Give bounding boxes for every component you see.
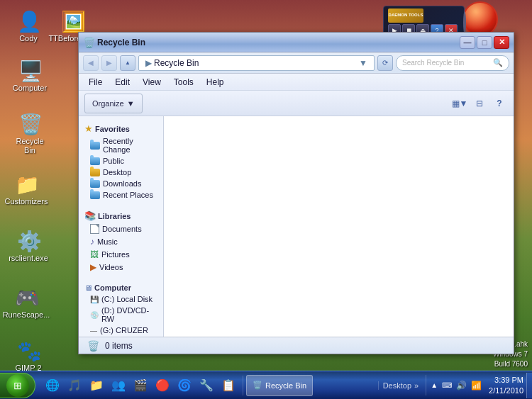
c-drive-icon: 💾	[90, 296, 99, 303]
breadcrumb-dropdown[interactable]: ▼	[359, 58, 367, 68]
recent-places-icon	[90, 191, 100, 199]
computer-section-icon: 🖥	[84, 283, 92, 292]
desktop-icon-recycle[interactable]: 🗑️ Recycle Bin	[7, 110, 52, 158]
menu-file[interactable]: File	[83, 76, 108, 89]
toolbar-right: ▦▼ ⊟ ?	[451, 95, 508, 112]
public-label: Public	[103, 157, 124, 165]
volume-icon[interactable]: 🔊	[456, 381, 467, 390]
systray-arrow-icon[interactable]: ▲	[431, 381, 438, 389]
computer-icon: 🖥️	[18, 60, 41, 82]
ttbefore-icon: 🖼️	[61, 10, 84, 33]
organize-label: Organize	[92, 99, 124, 108]
taskbar: ⊞ 🌐 🎵 📁 👥 🎬 🔴 🌀 🔧 📋 🗑️ Recycle Bin Deskt…	[0, 371, 532, 399]
taskbar-recycle-label: Recycle Bin	[265, 381, 306, 390]
taskbar-items: 🗑️ Recycle Bin	[243, 375, 378, 396]
desktop-icon-customizers[interactable]: 📁 Customizers	[4, 170, 49, 209]
menu-edit[interactable]: Edit	[109, 76, 135, 89]
videos-icon: ▶	[90, 262, 96, 272]
nav-item-recent-places[interactable]: Recent Places	[79, 189, 163, 201]
ql-firefox-button[interactable]: 🌀	[174, 376, 194, 395]
taskbar-recycle-icon: 🗑️	[253, 381, 262, 390]
desktop-icon-cody[interactable]: 👤 Cody	[6, 7, 51, 46]
address-bar: ◀ ▶ ▲ ▶ Recycle Bin ▼ ⟳ Search Recycle B…	[79, 52, 514, 74]
window-controls: — □ ✕	[460, 36, 509, 49]
nav-item-documents[interactable]: Documents	[79, 223, 163, 235]
ql-screenshot-button[interactable]: 📋	[218, 376, 238, 395]
search-box[interactable]: Search Recycle Bin 🔍	[396, 55, 509, 71]
menu-view[interactable]: View	[137, 76, 167, 89]
downloads-icon	[90, 180, 100, 188]
desktop-icon-rsclient[interactable]: ⚙️ rsclient.exe	[6, 227, 51, 266]
desktop-icon-gimp[interactable]: 🐾 GIMP 2	[6, 337, 51, 376]
content-area	[164, 116, 514, 337]
nav-item-videos[interactable]: ▶ Videos	[79, 261, 163, 274]
menu-help[interactable]: Help	[201, 76, 230, 89]
daemon-tools-logo: DAEMON TOOLS	[388, 9, 423, 23]
system-clock[interactable]: 3:39 PM 2/11/2010	[486, 375, 526, 395]
pictures-label: Pictures	[101, 250, 130, 259]
recently-changed-label: Recently Change	[103, 137, 157, 154]
gimp-icon: 🐾	[17, 339, 40, 362]
up-button[interactable]: ▲	[120, 55, 135, 71]
favorites-star-icon: ★	[84, 123, 93, 134]
nav-item-pictures[interactable]: 🖼 Pictures	[79, 248, 163, 261]
window-title: Recycle Bin	[97, 38, 460, 47]
nav-item-recently-changed[interactable]: Recently Change	[79, 135, 163, 155]
nav-item-downloads[interactable]: Downloads	[79, 178, 163, 189]
status-bar: 🗑️ 0 items	[79, 337, 514, 354]
music-icon: ♪	[90, 237, 94, 247]
nav-item-desktop[interactable]: Desktop	[79, 167, 163, 178]
customizers-icon: 📁	[15, 173, 38, 196]
taskbar-recycle-bin[interactable]: 🗑️ Recycle Bin	[246, 375, 313, 396]
ql-video-button[interactable]: 🎬	[131, 376, 150, 395]
clock-time: 3:39 PM	[489, 375, 523, 385]
ql-users-button[interactable]: 👥	[109, 376, 128, 395]
runescape-icon: 🎮	[15, 286, 38, 309]
explorer-body: ★ Favorites Recently Change Public Deskt…	[79, 116, 514, 337]
help-button[interactable]: ?	[491, 95, 508, 112]
desktop-icon-runescape[interactable]: 🎮 RuneScape...	[4, 283, 49, 322]
d-drive-label: (D:) DVD/CD-RW	[101, 306, 157, 323]
nav-item-c-drive[interactable]: 💾 (C:) Local Disk	[79, 293, 163, 305]
ql-opera-button[interactable]: 🔴	[153, 376, 172, 395]
c-drive-label: (C:) Local Disk	[101, 295, 153, 303]
organize-arrow-icon: ▼	[127, 99, 135, 108]
libraries-section[interactable]: 📚 Libraries	[79, 206, 163, 223]
show-desktop-button[interactable]	[526, 373, 532, 398]
ql-network-button[interactable]: 🔧	[196, 376, 216, 395]
nav-panel: ★ Favorites Recently Change Public Deskt…	[79, 116, 164, 337]
start-button[interactable]: ⊞	[0, 373, 35, 398]
menu-tools[interactable]: Tools	[168, 76, 199, 89]
ql-media-button[interactable]: 🎵	[65, 376, 84, 395]
desktop-icon-computer[interactable]: 🖥️ Computer	[7, 57, 52, 96]
network-icon[interactable]: 📶	[471, 381, 482, 390]
computer-section[interactable]: 🖥 Computer	[79, 279, 163, 293]
preview-pane-button[interactable]: ⊟	[471, 95, 488, 112]
view-options-button[interactable]: ▦▼	[451, 95, 468, 112]
recent-places-label: Recent Places	[103, 191, 153, 199]
nav-item-public[interactable]: Public	[79, 155, 163, 167]
desktop: 👤 Cody 🖼️ TTBefore.png 🖥️ Computer 🗑️ Re…	[0, 0, 532, 399]
back-button[interactable]: ◀	[83, 55, 99, 71]
music-label: Music	[97, 237, 118, 246]
favorites-section[interactable]: ★ Favorites	[79, 119, 163, 135]
videos-label: Videos	[99, 263, 123, 271]
address-breadcrumb[interactable]: ▶ Recycle Bin ▼	[138, 55, 375, 71]
nav-item-d-drive[interactable]: 💿 (D:) DVD/CD-RW	[79, 305, 163, 325]
g-drive-label: (G:) CRUZER	[100, 326, 148, 335]
recycle-desktop-icon: 🗑️	[18, 113, 41, 135]
status-recycle-icon: 🗑️	[87, 340, 99, 352]
close-button[interactable]: ✕	[494, 36, 509, 49]
ql-folder-button[interactable]: 📁	[87, 376, 106, 395]
nav-item-music[interactable]: ♪ Music	[79, 235, 163, 248]
minimize-button[interactable]: —	[460, 36, 475, 49]
toolbar: Organize ▼ ▦▼ ⊟ ?	[79, 91, 514, 116]
rsclient-label: rsclient.exe	[9, 254, 48, 263]
nav-item-g-drive[interactable]: — (G:) CRUZER	[79, 325, 163, 336]
refresh-button[interactable]: ⟳	[377, 55, 393, 71]
maximize-button[interactable]: □	[477, 36, 492, 49]
forward-button[interactable]: ▶	[101, 55, 117, 71]
organize-button[interactable]: Organize ▼	[84, 94, 143, 113]
ql-ie-button[interactable]: 🌐	[43, 376, 62, 395]
desktop-folder-icon	[90, 169, 100, 176]
